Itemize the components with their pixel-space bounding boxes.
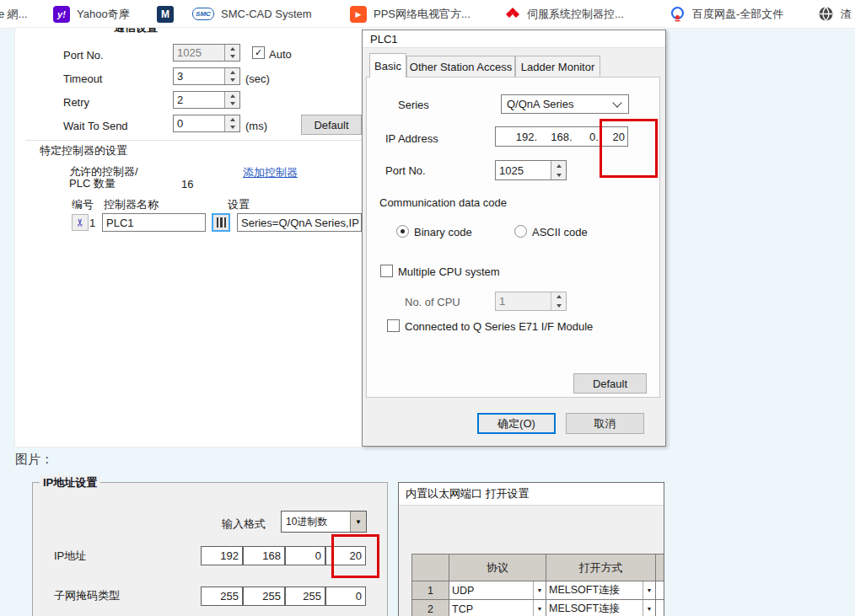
binary-code-label: Binary code (414, 226, 472, 238)
port-no-spinner[interactable] (224, 45, 239, 61)
scissors-icon: ✂ (75, 218, 85, 227)
delete-controller-button[interactable]: ✂ (72, 214, 89, 231)
multiple-cpu-checkbox[interactable] (380, 265, 393, 277)
wait-to-send-label: Wait To Send (63, 120, 128, 132)
bookmark-yahoo[interactable]: y! Yahoo奇摩 (53, 0, 130, 28)
cell-partial (656, 581, 664, 600)
group-divider (25, 140, 362, 141)
bookmark-m[interactable]: M (157, 0, 180, 28)
controller-name-field[interactable]: PLC1 (102, 213, 206, 232)
dropdown-arrow-icon[interactable]: ▼ (533, 600, 546, 616)
annotation-highlight-ip-octet (331, 534, 379, 578)
default-button[interactable]: Default (573, 373, 647, 394)
dialog-title: PLC1 (363, 30, 665, 48)
bookmark-label: 百度网盘-全部文件 (692, 7, 783, 22)
cell-partial (656, 600, 664, 616)
ethernet-open-settings-table: 协议 打开方式 1 UDP▼ MELSOFT连接▼ 2 TCP▼ (411, 554, 664, 616)
open-method-combo[interactable]: MELSOFT连接▼ (546, 581, 656, 600)
dropdown-arrow-icon[interactable]: ▼ (350, 512, 366, 532)
controller-setting-button[interactable] (212, 213, 230, 232)
column-setting-header: 设置 (228, 197, 250, 212)
bookmark-smc-cad[interactable]: SMC SMC-CAD System (192, 0, 312, 28)
ip-octet-1[interactable]: 192 (201, 546, 243, 565)
annotation-highlight-ip-octet (600, 119, 658, 178)
mask-octet-3[interactable]: 255 (285, 587, 325, 606)
specific-controllers-heading: 特定控制器的设置 (40, 143, 127, 158)
ip-settings-legend: IP地址设置 (40, 475, 100, 490)
dropdown-arrow-icon[interactable]: ▼ (643, 581, 655, 599)
input-format-combo[interactable]: 10进制数 ▼ (281, 511, 367, 533)
bookmark-partial[interactable]: e 網... (0, 0, 28, 28)
table-row: 1 UDP▼ MELSOFT连接▼ (412, 581, 664, 600)
port-no-field[interactable]: 1025 (173, 44, 240, 62)
bookmark-baidu-pan[interactable]: 百度网盘-全部文件 (669, 0, 783, 28)
multiple-cpu-label: Multiple CPU system (398, 265, 500, 278)
port-no-field[interactable]: 1025 (495, 160, 567, 180)
ascii-code-radio[interactable] (514, 225, 527, 238)
connected-e71-label: Connected to Q Series E71 I/F Module (405, 320, 593, 333)
open-method-combo[interactable]: MELSOFT连接▼ (546, 600, 656, 616)
clipped-group-title: 通信设置 (114, 28, 164, 33)
series-combo[interactable]: Q/QnA Series (501, 94, 629, 114)
bookmark-label: Yahoo奇摩 (77, 7, 130, 22)
ok-button[interactable]: 确定(O) (477, 413, 556, 434)
mitsubishi-icon (505, 7, 520, 22)
smc-icon: SMC (192, 8, 214, 20)
header-partial (656, 554, 664, 581)
ip-address-label: IP Address (385, 132, 438, 145)
ip-address-label: IP地址 (54, 549, 86, 564)
pps-icon: ▶ (350, 6, 367, 23)
subnet-mask-label: 子网掩码类型 (54, 588, 120, 603)
default-button-underlying[interactable]: Default (301, 115, 362, 135)
tab-other-station-access[interactable]: Other Station Access (406, 56, 515, 78)
protocol-combo[interactable]: TCP▼ (449, 600, 546, 616)
timeout-spinner[interactable] (224, 68, 239, 84)
auto-checkbox[interactable]: ✓ (252, 46, 265, 59)
mask-octet-2[interactable]: 255 (243, 587, 285, 606)
chevron-down-icon (612, 98, 621, 107)
no-of-cpu-field[interactable]: 1 (495, 292, 567, 311)
wait-to-send-spinner[interactable] (224, 115, 239, 131)
tab-ladder-monitor[interactable]: Ladder Monitor (515, 56, 600, 78)
mask-octet-1[interactable]: 255 (201, 587, 243, 606)
bookmark-label: SMC-CAD System (221, 8, 312, 20)
auto-label: Auto (269, 48, 292, 61)
retry-spinner[interactable] (224, 92, 239, 108)
add-controller-link[interactable]: 添加控制器 (243, 165, 298, 180)
mask-octet-4[interactable]: 0 (325, 587, 366, 606)
bookmark-cut[interactable]: 渣 (818, 0, 852, 28)
wait-unit: (ms) (245, 120, 267, 132)
header-open-method: 打开方式 (546, 554, 656, 581)
column-name-header: 控制器名称 (104, 197, 159, 212)
ethernet-window-title: 内置以太网端口 打开设置 (399, 483, 664, 506)
baidu-netdisk-icon (669, 6, 686, 22)
ip-octet-3[interactable]: 0 (285, 546, 325, 565)
comm-data-code-label: Communication data code (379, 196, 507, 209)
retry-field[interactable]: 2 (173, 91, 240, 109)
dropdown-arrow-icon[interactable]: ▼ (533, 581, 546, 599)
dropdown-arrow-icon[interactable]: ▼ (643, 600, 655, 616)
row-number: 1 (412, 581, 449, 600)
ip-octet-2[interactable]: 168 (243, 546, 285, 565)
column-no-header: 编号 (72, 197, 94, 212)
bookmark-label: PPS网络电视官方... (374, 7, 471, 22)
timeout-field[interactable]: 3 (173, 67, 240, 85)
plc1-dialog: PLC1 Basic Other Station Access Ladder M… (362, 29, 666, 447)
tab-basic[interactable]: Basic (369, 53, 406, 78)
bookmark-pps[interactable]: ▶ PPS网络电视官方... (350, 0, 471, 28)
binary-code-radio[interactable] (396, 225, 409, 238)
bookmark-label: e 網... (0, 7, 28, 22)
allowed-controllers-value: 16 (181, 178, 193, 190)
cancel-button[interactable]: 取消 (566, 413, 644, 434)
controller-setting-field[interactable]: Series=Q/QnA Series,IP Ad (237, 213, 362, 232)
connected-e71-checkbox[interactable] (387, 319, 400, 332)
page: e 網... y! Yahoo奇摩 M SMC SMC-CAD System ▶… (0, 0, 855, 616)
bookmark-servo[interactable]: 伺服系统控制器控... (505, 0, 624, 28)
header-blank (412, 554, 449, 581)
series-label: Series (398, 99, 429, 111)
port-no-spinner[interactable] (551, 161, 566, 179)
protocol-combo[interactable]: UDP▼ (449, 581, 546, 600)
wait-to-send-field[interactable]: 0 (173, 115, 240, 132)
no-of-cpu-spinner[interactable] (551, 292, 566, 310)
sliders-icon (217, 217, 226, 228)
